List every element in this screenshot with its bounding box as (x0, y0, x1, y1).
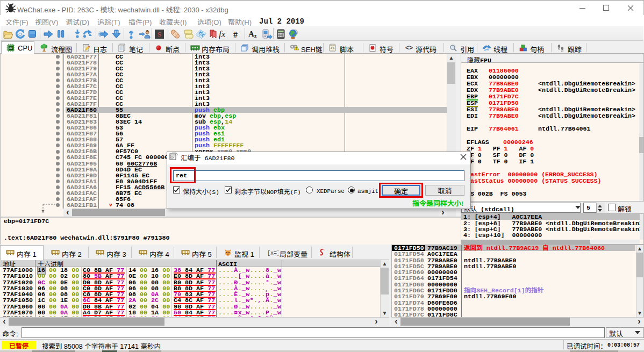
svg-text:!: ! (296, 46, 297, 50)
svg-text:[x=]: [x=] (267, 250, 278, 256)
svg-text:<>: <> (405, 45, 413, 52)
svg-text:A: A (248, 30, 254, 38)
svg-text:<>: <> (330, 46, 334, 51)
svg-text:S: S (158, 30, 161, 38)
svg-text:32: 32 (9, 46, 12, 49)
svg-text:fx: fx (219, 29, 226, 39)
svg-text:#: # (233, 30, 238, 39)
svg-text:z: z (254, 33, 257, 39)
